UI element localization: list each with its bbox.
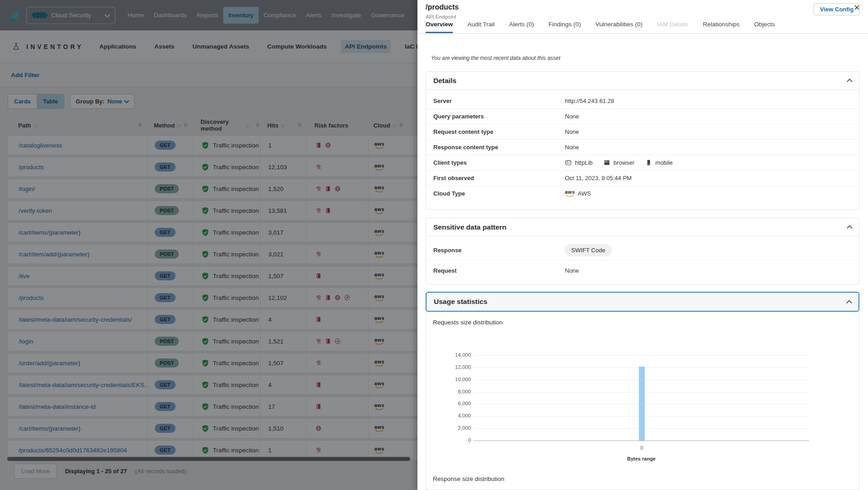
detail-value: http://54.243.61.28 [565, 98, 614, 104]
detail-label: Request content type [433, 128, 565, 135]
httplib-icon [565, 159, 572, 166]
browser-icon [603, 159, 610, 166]
panel-tab-relationships[interactable]: Relationships [703, 21, 740, 33]
client-type-browser: browser [603, 159, 634, 166]
detail-label: Response content type [433, 144, 565, 151]
sensitive-row: ResponseSWIFT Code [426, 240, 859, 260]
sensitive-card-title: Sensitive data pattern [433, 223, 506, 231]
recent-data-notice: You are viewing the most recent data abo… [431, 55, 560, 61]
mobile-icon [645, 159, 652, 166]
sensitive-label: Request [433, 267, 565, 274]
client-type-label: browser [613, 159, 634, 166]
detail-row: Client typeshttpLibbrowsermobile [426, 155, 859, 171]
y-axis-label: 0 [435, 437, 471, 443]
detail-label: Query parameters [433, 113, 565, 120]
detail-row: Request content typeNone [426, 124, 859, 140]
details-card-title: Details [433, 77, 456, 85]
usage-statistics-card: Requests size distribution Response size… [426, 312, 859, 490]
collapse-chevron-icon[interactable] [847, 225, 853, 231]
asset-detail-panel: /products API Endpoint View Config × Ove… [417, 0, 868, 490]
usage-card-title: Usage statistics [434, 298, 487, 306]
x-axis-line [474, 441, 809, 441]
aws-logo-icon: aws [565, 190, 575, 197]
x-tick-label: 0 [633, 445, 651, 451]
sensitive-data-card: Sensitive data pattern ResponseSWIFT Cod… [426, 218, 859, 284]
detail-value: None [565, 128, 579, 135]
gridline [474, 355, 809, 356]
request-chart-title: Requests size distribution [433, 319, 503, 326]
panel-tab-alerts-0[interactable]: Alerts (0) [509, 21, 534, 33]
panel-tab-objects[interactable]: Objects [754, 21, 775, 33]
bar-0 [639, 367, 645, 441]
client-type-label: mobile [655, 159, 672, 166]
collapse-chevron-icon[interactable] [846, 300, 852, 306]
close-icon[interactable]: × [854, 3, 860, 13]
sensitive-label: Response [433, 247, 565, 254]
y-axis-label: 8,000 [435, 389, 471, 394]
y-axis-label: 4,000 [435, 413, 471, 418]
detail-row: First observedOct 11, 2023, 8:05:44 PM [426, 171, 859, 186]
y-axis-label: 10,000 [435, 377, 471, 382]
data-pattern-pill[interactable]: SWIFT Code [565, 244, 612, 256]
modal-dim-overlay[interactable] [0, 0, 417, 490]
x-axis-title: Bytes range [614, 456, 669, 461]
cloud-type-label: AWS [578, 190, 591, 197]
detail-value: awsAWS [565, 190, 591, 197]
detail-value: httpLibbrowsermobile [565, 159, 673, 166]
detail-value: Oct 11, 2023, 8:05:44 PM [565, 175, 632, 181]
y-axis-label: 14,000 [435, 352, 471, 358]
client-type-httplib: httpLib [565, 159, 593, 166]
panel-subtitle: API Endpoint [426, 14, 456, 20]
sensitive-value: SWIFT Code [565, 244, 612, 256]
aws-logo-text: aws [565, 190, 575, 195]
details-card-header: Details [426, 72, 859, 90]
detail-label: Cloud Type [433, 190, 565, 197]
sensitive-value: None [565, 267, 579, 274]
details-card: Details Serverhttp://54.243.61.28Query p… [426, 71, 859, 210]
detail-value: None [565, 113, 579, 120]
panel-tab-vulnerabilities-0[interactable]: Vulnerabilities (0) [595, 21, 642, 33]
aws-swoosh-icon [566, 195, 574, 197]
panel-title: /products [426, 3, 459, 11]
detail-row: Serverhttp://54.243.61.28 [426, 93, 859, 109]
sensitive-row: RequestNone [426, 260, 859, 280]
detail-row: Cloud TypeawsAWS [426, 186, 859, 201]
detail-label: Server [433, 98, 565, 104]
panel-tab-audit-trail[interactable]: Audit Trail [467, 21, 495, 33]
detail-label: First observed [433, 175, 565, 181]
response-chart-title: Response size distribution [433, 475, 505, 482]
detail-label: Client types [433, 159, 565, 166]
y-axis-label: 12,000 [435, 364, 471, 370]
collapse-chevron-icon[interactable] [847, 78, 853, 84]
panel-tab-overview[interactable]: Overview [426, 21, 453, 33]
panel-tab-findings-0[interactable]: Findings (0) [549, 21, 581, 33]
view-config-button[interactable]: View Config [814, 3, 860, 15]
app-root: Cloud Security HomeDashboardsReportsInve… [0, 0, 868, 490]
client-type-label: httpLib [575, 159, 593, 166]
sensitive-card-header: Sensitive data pattern [426, 218, 859, 236]
detail-value: None [565, 144, 579, 151]
client-type-mobile: mobile [645, 159, 672, 166]
y-axis-label: 2,000 [435, 425, 471, 431]
usage-statistics-header[interactable]: Usage statistics [426, 292, 859, 312]
y-axis-label: 6,000 [435, 401, 471, 406]
client-types: httpLibbrowsermobile [565, 159, 673, 166]
panel-tabs: OverviewAudit TrailAlerts (0)Findings (0… [417, 21, 868, 34]
detail-row: Query parametersNone [426, 109, 859, 124]
detail-row: Response content typeNone [426, 140, 859, 155]
panel-tab-iam-details: IAM Details [657, 21, 688, 33]
